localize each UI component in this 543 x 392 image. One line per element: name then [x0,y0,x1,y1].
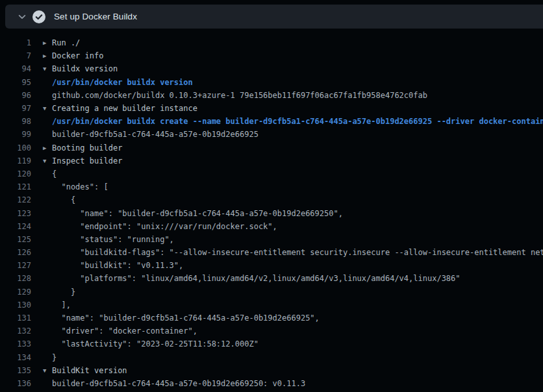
output-text: "driver": "docker-container", [52,326,197,336]
output-text: builder-d9cfb5a1-c764-445a-a57e-0b19d2e6… [52,130,259,139]
log-line: 122 { [0,193,543,206]
log-line: 134} [0,351,543,364]
step-header[interactable]: Set up Docker Buildx [5,5,543,29]
line-number[interactable]: 7 [0,51,31,60]
line-number[interactable]: 100 [0,143,31,153]
log-line: 136builder-d9cfb5a1-c764-445a-a57e-0b19d… [0,377,543,390]
line-number[interactable]: 119 [0,156,31,165]
log-line: 129 } [0,286,543,299]
output-text: github.com/docker/buildx 0.10.3+azure-1 … [52,91,427,100]
line-number[interactable]: 132 [0,326,31,336]
log-group-line[interactable]: 119▼Inspect builder [0,154,543,167]
output-text: "status": "running", [52,235,174,244]
log-group-line[interactable]: 94▼Buildx version [0,62,543,75]
line-number[interactable]: 121 [0,182,31,191]
log-line: 126 "buildkitd-flags": "--allow-insecure… [0,246,543,259]
line-number[interactable]: 126 [0,248,31,257]
line-number[interactable]: 134 [0,353,31,362]
log-line: 127 "buildkit": "v0.11.3", [0,259,543,272]
line-number[interactable]: 133 [0,339,31,349]
line-number[interactable]: 127 [0,261,31,270]
output-text: "platforms": "linux/amd64,linux/amd64/v2… [52,274,461,283]
log-group-line[interactable]: 97▼Creating a new builder instance [0,102,543,115]
group-collapsed-icon[interactable]: ▶ [43,53,52,59]
line-number[interactable]: 94 [0,64,31,73]
log-line: 133 "lastActivity": "2023-02-25T11:58:12… [0,337,543,350]
command-text: /usr/bin/docker buildx create --name bui… [52,117,543,126]
line-number[interactable]: 99 [0,130,31,139]
log-group-line[interactable]: 7▶Docker info [0,49,543,62]
line-number[interactable]: 130 [0,300,31,310]
log-line: 99builder-d9cfb5a1-c764-445a-a57e-0b19d2… [0,128,543,141]
line-number[interactable]: 95 [0,78,31,87]
log-group-line[interactable]: 1▶Run ./ [0,36,543,49]
log-line: 98/usr/bin/docker buildx create --name b… [0,115,543,128]
line-number[interactable]: 129 [0,288,31,297]
group-title: Creating a new builder instance [52,104,197,113]
output-text: "buildkit": "v0.11.3", [52,261,183,270]
group-collapsed-icon[interactable]: ▶ [43,145,52,151]
line-number[interactable]: 135 [0,366,31,375]
group-expanded-icon[interactable]: ▼ [43,158,52,164]
line-number[interactable]: 98 [0,117,31,126]
log-line: 123 "name": "builder-d9cfb5a1-c764-445a-… [0,206,543,219]
output-text: "name": "builder-d9cfb5a1-c764-445a-a57e… [52,313,320,323]
output-text: "endpoint": "unix:///var/run/docker.sock… [52,222,277,231]
log-line: 128 "platforms": "linux/amd64,linux/amd6… [0,272,543,285]
group-title: Inspect builder [52,156,122,165]
group-title: Run ./ [52,38,80,47]
line-number[interactable]: 123 [0,209,31,218]
line-number[interactable]: 124 [0,222,31,231]
output-text: } [52,353,57,362]
log-group-line[interactable]: 100▶Booting builder [0,141,543,154]
log-line: 120{ [0,167,543,180]
log-line: 124 "endpoint": "unix:///var/run/docker.… [0,220,543,233]
line-number[interactable]: 96 [0,91,31,100]
line-number[interactable]: 125 [0,235,31,244]
group-expanded-icon[interactable]: ▼ [43,66,52,72]
output-text: builder-d9cfb5a1-c764-445a-a57e-0b19d2e6… [52,379,305,388]
output-text: } [52,288,75,297]
line-number[interactable]: 122 [0,195,31,204]
log-line: 130 ], [0,299,543,312]
chevron-down-icon[interactable] [17,12,27,22]
group-collapsed-icon[interactable]: ▶ [43,40,52,46]
group-title: Buildx version [52,64,118,73]
output-text: ], [52,300,71,310]
output-text: "lastActivity": "2023-02-25T11:58:12.000… [52,339,259,349]
log-line: 125 "status": "running", [0,233,543,246]
log-line: 121 "nodes": [ [0,180,543,193]
group-title: Docker info [52,51,103,60]
group-title: Booting builder [52,143,122,153]
line-number[interactable]: 97 [0,104,31,113]
log-output: 1▶Run ./7▶Docker info94▼Buildx version95… [0,29,543,392]
log-line: 96github.com/docker/buildx 0.10.3+azure-… [0,89,543,102]
line-number[interactable]: 1 [0,38,31,47]
check-circle-icon [32,10,45,23]
line-number[interactable]: 120 [0,169,31,178]
group-title: BuildKit version [52,366,127,375]
command-text: /usr/bin/docker buildx version [52,78,193,87]
output-text: "buildkitd-flags": "--allow-insecure-ent… [52,248,543,257]
output-text: { [52,169,57,178]
line-number[interactable]: 131 [0,313,31,323]
output-text: { [52,195,75,204]
log-group-line[interactable]: 135▼BuildKit version [0,364,543,377]
line-number[interactable]: 128 [0,274,31,283]
log-line: 132 "driver": "docker-container", [0,325,543,337]
log-line: 131 "name": "builder-d9cfb5a1-c764-445a-… [0,312,543,325]
group-expanded-icon[interactable]: ▼ [43,367,52,374]
step-title: Set up Docker Buildx [54,12,137,21]
group-expanded-icon[interactable]: ▼ [43,105,52,112]
line-number[interactable]: 136 [0,379,31,388]
output-text: "name": "builder-d9cfb5a1-c764-445a-a57e… [52,209,343,218]
log-line: 95/usr/bin/docker buildx version [0,76,543,89]
output-text: "nodes": [ [52,182,108,191]
